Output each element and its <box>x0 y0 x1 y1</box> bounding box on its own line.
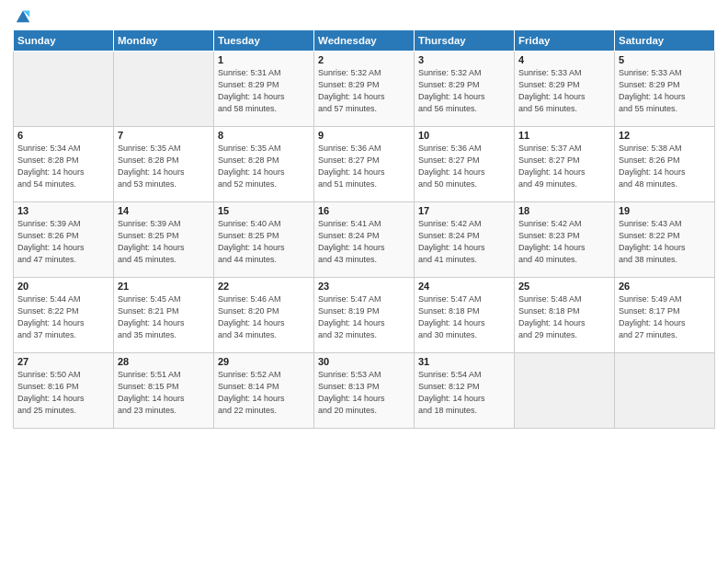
day-number: 24 <box>418 281 510 292</box>
day-number: 15 <box>218 205 310 216</box>
day-number: 1 <box>218 54 310 65</box>
day-number: 25 <box>518 281 610 292</box>
day-number: 19 <box>619 205 711 216</box>
day-info: Sunrise: 5:48 AM Sunset: 8:18 PM Dayligh… <box>518 293 610 341</box>
calendar-cell: 6Sunrise: 5:34 AM Sunset: 8:28 PM Daylig… <box>14 127 114 202</box>
day-info: Sunrise: 5:50 AM Sunset: 8:16 PM Dayligh… <box>17 369 109 417</box>
day-number: 11 <box>518 130 610 141</box>
day-info: Sunrise: 5:45 AM Sunset: 8:21 PM Dayligh… <box>118 293 210 341</box>
calendar-cell: 5Sunrise: 5:33 AM Sunset: 8:29 PM Daylig… <box>615 52 715 127</box>
calendar-cell: 31Sunrise: 5:54 AM Sunset: 8:12 PM Dayli… <box>415 353 515 429</box>
calendar-cell <box>114 52 214 127</box>
calendar-cell: 14Sunrise: 5:39 AM Sunset: 8:25 PM Dayli… <box>114 202 214 278</box>
day-number: 16 <box>318 205 410 216</box>
day-info: Sunrise: 5:39 AM Sunset: 8:25 PM Dayligh… <box>118 218 210 266</box>
calendar-cell: 19Sunrise: 5:43 AM Sunset: 8:22 PM Dayli… <box>615 202 715 278</box>
calendar-table: SundayMondayTuesdayWednesdayThursdayFrid… <box>13 29 715 429</box>
day-number: 31 <box>418 356 510 367</box>
day-number: 14 <box>118 205 210 216</box>
calendar-week-row: 27Sunrise: 5:50 AM Sunset: 8:16 PM Dayli… <box>14 353 715 429</box>
calendar-cell: 10Sunrise: 5:36 AM Sunset: 8:27 PM Dayli… <box>415 127 515 202</box>
calendar-cell: 3Sunrise: 5:32 AM Sunset: 8:29 PM Daylig… <box>415 52 515 127</box>
day-number: 29 <box>218 356 310 367</box>
calendar-cell: 17Sunrise: 5:42 AM Sunset: 8:24 PM Dayli… <box>415 202 515 278</box>
day-info: Sunrise: 5:35 AM Sunset: 8:28 PM Dayligh… <box>118 143 210 190</box>
day-number: 7 <box>118 130 210 141</box>
day-number: 10 <box>418 130 510 141</box>
day-info: Sunrise: 5:31 AM Sunset: 8:29 PM Dayligh… <box>218 67 310 115</box>
calendar-cell: 26Sunrise: 5:49 AM Sunset: 8:17 PM Dayli… <box>615 278 715 353</box>
calendar-cell <box>515 353 615 429</box>
calendar-cell: 18Sunrise: 5:42 AM Sunset: 8:23 PM Dayli… <box>515 202 615 278</box>
day-info: Sunrise: 5:54 AM Sunset: 8:12 PM Dayligh… <box>418 369 510 417</box>
calendar-cell: 1Sunrise: 5:31 AM Sunset: 8:29 PM Daylig… <box>214 52 314 127</box>
calendar-cell: 27Sunrise: 5:50 AM Sunset: 8:16 PM Dayli… <box>14 353 114 429</box>
weekday-header: Tuesday <box>214 30 314 52</box>
calendar-week-row: 1Sunrise: 5:31 AM Sunset: 8:29 PM Daylig… <box>14 52 715 127</box>
calendar-cell: 12Sunrise: 5:38 AM Sunset: 8:26 PM Dayli… <box>615 127 715 202</box>
day-number: 5 <box>619 54 711 65</box>
day-info: Sunrise: 5:52 AM Sunset: 8:14 PM Dayligh… <box>218 369 310 417</box>
calendar-cell: 22Sunrise: 5:46 AM Sunset: 8:20 PM Dayli… <box>214 278 314 353</box>
day-info: Sunrise: 5:53 AM Sunset: 8:13 PM Dayligh… <box>318 369 410 417</box>
day-number: 12 <box>619 130 711 141</box>
day-number: 17 <box>418 205 510 216</box>
day-number: 21 <box>118 281 210 292</box>
weekday-header: Saturday <box>615 30 715 52</box>
logo-icon <box>15 7 31 24</box>
day-number: 28 <box>118 356 210 367</box>
day-number: 20 <box>17 281 109 292</box>
day-info: Sunrise: 5:37 AM Sunset: 8:27 PM Dayligh… <box>518 143 610 190</box>
day-info: Sunrise: 5:39 AM Sunset: 8:26 PM Dayligh… <box>17 218 109 266</box>
calendar-cell: 20Sunrise: 5:44 AM Sunset: 8:22 PM Dayli… <box>14 278 114 353</box>
logo <box>13 9 31 24</box>
calendar-week-row: 6Sunrise: 5:34 AM Sunset: 8:28 PM Daylig… <box>14 127 715 202</box>
day-info: Sunrise: 5:36 AM Sunset: 8:27 PM Dayligh… <box>418 143 510 190</box>
day-info: Sunrise: 5:33 AM Sunset: 8:29 PM Dayligh… <box>518 67 610 115</box>
calendar-header-row: SundayMondayTuesdayWednesdayThursdayFrid… <box>14 30 715 52</box>
day-info: Sunrise: 5:49 AM Sunset: 8:17 PM Dayligh… <box>619 293 711 341</box>
calendar-body: 1Sunrise: 5:31 AM Sunset: 8:29 PM Daylig… <box>14 52 715 429</box>
calendar-cell: 2Sunrise: 5:32 AM Sunset: 8:29 PM Daylig… <box>314 52 415 127</box>
calendar-cell: 24Sunrise: 5:47 AM Sunset: 8:18 PM Dayli… <box>415 278 515 353</box>
calendar-cell: 7Sunrise: 5:35 AM Sunset: 8:28 PM Daylig… <box>114 127 214 202</box>
main-container: SundayMondayTuesdayWednesdayThursdayFrid… <box>0 0 728 438</box>
calendar-cell: 29Sunrise: 5:52 AM Sunset: 8:14 PM Dayli… <box>214 353 314 429</box>
day-info: Sunrise: 5:47 AM Sunset: 8:18 PM Dayligh… <box>418 293 510 341</box>
weekday-header: Wednesday <box>314 30 415 52</box>
day-info: Sunrise: 5:46 AM Sunset: 8:20 PM Dayligh… <box>218 293 310 341</box>
weekday-header: Friday <box>515 30 615 52</box>
calendar-cell: 28Sunrise: 5:51 AM Sunset: 8:15 PM Dayli… <box>114 353 214 429</box>
day-number: 2 <box>318 54 410 65</box>
day-info: Sunrise: 5:32 AM Sunset: 8:29 PM Dayligh… <box>418 67 510 115</box>
day-info: Sunrise: 5:36 AM Sunset: 8:27 PM Dayligh… <box>318 143 410 190</box>
calendar-cell <box>615 353 715 429</box>
day-info: Sunrise: 5:51 AM Sunset: 8:15 PM Dayligh… <box>118 369 210 417</box>
calendar-week-row: 20Sunrise: 5:44 AM Sunset: 8:22 PM Dayli… <box>14 278 715 353</box>
day-info: Sunrise: 5:33 AM Sunset: 8:29 PM Dayligh… <box>619 67 711 115</box>
day-number: 3 <box>418 54 510 65</box>
calendar-cell: 9Sunrise: 5:36 AM Sunset: 8:27 PM Daylig… <box>314 127 415 202</box>
calendar-week-row: 13Sunrise: 5:39 AM Sunset: 8:26 PM Dayli… <box>14 202 715 278</box>
day-info: Sunrise: 5:35 AM Sunset: 8:28 PM Dayligh… <box>218 143 310 190</box>
calendar-cell: 11Sunrise: 5:37 AM Sunset: 8:27 PM Dayli… <box>515 127 615 202</box>
day-info: Sunrise: 5:42 AM Sunset: 8:23 PM Dayligh… <box>518 218 610 266</box>
day-info: Sunrise: 5:47 AM Sunset: 8:19 PM Dayligh… <box>318 293 410 341</box>
calendar-cell <box>14 52 114 127</box>
calendar-cell: 4Sunrise: 5:33 AM Sunset: 8:29 PM Daylig… <box>515 52 615 127</box>
day-info: Sunrise: 5:44 AM Sunset: 8:22 PM Dayligh… <box>17 293 109 341</box>
day-info: Sunrise: 5:43 AM Sunset: 8:22 PM Dayligh… <box>619 218 711 266</box>
weekday-header: Monday <box>114 30 214 52</box>
day-number: 4 <box>518 54 610 65</box>
calendar-cell: 30Sunrise: 5:53 AM Sunset: 8:13 PM Dayli… <box>314 353 415 429</box>
day-number: 30 <box>318 356 410 367</box>
day-number: 22 <box>218 281 310 292</box>
day-number: 9 <box>318 130 410 141</box>
calendar-cell: 25Sunrise: 5:48 AM Sunset: 8:18 PM Dayli… <box>515 278 615 353</box>
day-number: 13 <box>17 205 109 216</box>
header <box>13 9 715 24</box>
day-number: 6 <box>17 130 109 141</box>
day-info: Sunrise: 5:34 AM Sunset: 8:28 PM Dayligh… <box>17 143 109 190</box>
weekday-header: Thursday <box>415 30 515 52</box>
day-info: Sunrise: 5:42 AM Sunset: 8:24 PM Dayligh… <box>418 218 510 266</box>
